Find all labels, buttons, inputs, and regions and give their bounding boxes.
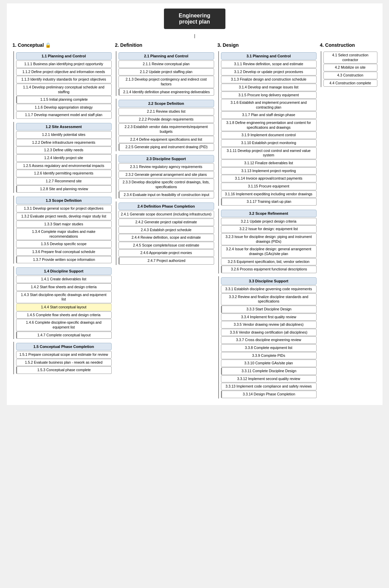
item-3.1.9: 3.1.9 Implement document control	[221, 131, 317, 139]
item-1.5.1: 1.5.1 Prepare conceptual scope and estim…	[16, 351, 112, 359]
item-1.5.3: 1.5.3 Conceptual phase complete	[16, 366, 112, 374]
item-1.3.7: 1.3.7 Provide written scope information	[16, 256, 112, 264]
item-2.1.4: 2.1.4 Identify definition phase engineer…	[119, 88, 214, 96]
phase-header-1: 1. Conceptual 🔒	[12, 41, 112, 49]
section-header-2.1: 2.1 Planning and Control	[119, 52, 214, 60]
item-1.1.6: 1.1.6 Develop appropriation strategy	[16, 104, 112, 111]
item-3.3.6: 3.3.6 Vendor drawing certification (all …	[221, 329, 317, 336]
item-3.3.9: 3.3.9 Complete PIDs	[221, 352, 317, 360]
item-3.3.4: 3.3.4 Implement first quality review	[221, 313, 317, 321]
item-2.2.1: 2.2.1 Review studies list	[119, 108, 214, 115]
item-2.3.4: 2.3.4 Evaluate input on feasibility of c…	[119, 191, 214, 199]
item-1.2.7: 1.2.7 Recommend site	[16, 178, 112, 185]
item-3.1.15: 3.1.15 Procure equipment	[221, 183, 317, 190]
item-1.4.3: 1.4.3 Start discipline-specific drawings…	[16, 291, 112, 303]
section-4-items: 4.1 Select construction contractor4.2 Mo…	[321, 51, 377, 87]
section-2.1: 2.1 Planning and Control2.1.1 Review con…	[116, 51, 214, 96]
item-3.3.7: 3.3.7 Cross discipline engineering revie…	[221, 336, 317, 344]
section-1.5: 1.5 Conceptual Phase Completion1.5.1 Pre…	[13, 342, 112, 374]
phase-header-2: 2. Definition	[114, 41, 214, 49]
item-1.3.1: 1.3.1 Develop general scope for project …	[16, 205, 112, 212]
section-header-2.3: 2.3 Discipline Support	[119, 155, 214, 163]
item-1.4.1: 1.4.1 Create deliverables list	[16, 276, 112, 283]
item-3.1.5: 3.1.5 Procure long delivery equipment	[221, 92, 317, 99]
section-header-1.2: 1.2 Site Assessment	[16, 123, 112, 130]
item-3.2.5: 3.2.5 Equipment specification, bid, vend…	[221, 258, 317, 266]
item-1.3.6: 1.3.6 Prepare final conceptual schedule	[16, 248, 112, 256]
section-3.3: 3.3 Discipline Support3.3.1 Establish di…	[218, 276, 317, 398]
column-phase-2: 2. Definition2.1 Planning and Control2.1…	[114, 41, 214, 266]
item-1.1.5: 1.1.5 Initial planning complete	[16, 96, 112, 103]
section-header-2.4: 2.4 Definition Phase Completion	[119, 202, 214, 210]
item-1.1.2: 1.1.2 Define project objective and infor…	[16, 68, 112, 76]
item-3.1.4: 3.1.4 Develop and manage issues list	[221, 84, 317, 91]
item-4.4: 4.4 Construction complete	[323, 80, 377, 87]
item-2.4.3: 2.4.3 Establish project schedule	[119, 226, 214, 234]
item-1.2.8: 1.2.8 Site and planning review	[16, 185, 112, 193]
item-3.3.3: 3.3.3 Start Discipline Design	[221, 306, 317, 313]
item-3.3.2: 3.3.2 Review and finalize discipline sta…	[221, 293, 317, 305]
column-phase-1: 1. Conceptual 🔒1.1 Planning and Control1…	[12, 41, 112, 376]
column-phase-4: 4. Construction4.1 Select construction c…	[319, 41, 377, 88]
item-3.1.14: 3.1.14 Invoice approval/contract payment…	[221, 175, 317, 182]
item-3.1.3: 3.1.3 Finalize design and construction s…	[221, 76, 317, 83]
main-title: Engineeringproject plan	[164, 9, 225, 29]
item-3.3.14: 3.3.14 Design Phase Completion	[221, 391, 317, 398]
item-3.3.10: 3.3.10 Complete GAs/site plan	[221, 360, 317, 367]
item-1.3.2: 1.3.2 Evaluate project needs, develop ma…	[16, 213, 112, 220]
section-header-2.2: 2.2 Scope Definition	[119, 100, 214, 107]
item-2.3.1: 2.3.1 Review regulatory agency requireme…	[119, 163, 214, 171]
item-3.1.17: 3.1.17 Training start-up plan	[221, 198, 317, 206]
section-header-1.5: 1.5 Conceptual Phase Completion	[16, 343, 112, 350]
item-2.3.3: 2.3.3 Develop discipline specific contro…	[119, 179, 214, 191]
section-header-1.1: 1.1 Planning and Control	[16, 52, 112, 60]
item-3.1.8: 3.1.8 Define engineering presentation an…	[221, 119, 317, 131]
section-header-1.4: 1.4 Discipline Support	[16, 267, 112, 275]
item-1.4.5: 1.4.5 Complete flow sheets and design cr…	[16, 311, 112, 319]
item-1.4.6: 1.4.6 Complete discipline-specific drawi…	[16, 319, 112, 331]
item-1.4.2: 1.4.2 Start flow sheets and design crite…	[16, 283, 112, 291]
item-2.2.2: 2.2.2 Provide design requirements	[119, 116, 214, 123]
section-3.1: 3.1 Planning and Control3.1.1 Review def…	[218, 51, 317, 206]
item-4.2: 4.2 Mobilize on site	[323, 64, 377, 71]
item-3.3.8: 3.3.8 Complete equipment list	[221, 344, 317, 352]
column-phase-3: 3. Design3.1 Planning and Control3.1.1 R…	[217, 41, 317, 400]
item-2.2.4: 2.2.4 Define equipment specifications an…	[119, 136, 214, 143]
columns-wrapper: 1. Conceptual 🔒1.1 Planning and Control1…	[12, 41, 377, 400]
item-3.3.13: 3.3.13 Implement code compliance and saf…	[221, 383, 317, 390]
item-1.4.4: 1.4.4 Start conceptual layout	[16, 304, 112, 311]
item-2.2.3: 2.2.3 Establish vendor data requirements…	[119, 123, 214, 135]
item-1.1.1: 1.1.1 Business plan identifying project …	[16, 60, 112, 68]
item-1.3.5: 1.3.5 Develop specific scope	[16, 240, 112, 248]
phase-header-3: 3. Design	[217, 41, 317, 49]
item-2.4.5: 2.4.5 Scope complete/issue cost estimate	[119, 242, 214, 249]
item-3.3.5: 3.3.5 Vendor drawing review (all discipl…	[221, 321, 317, 328]
item-3.1.2: 3.1.2 Develop or update project procedur…	[221, 68, 317, 76]
item-2.1.3: 2.1.3 Develop project contingency and in…	[119, 76, 214, 88]
item-3.1.16: 3.1.16 Implement expediting including ve…	[221, 191, 317, 198]
section-header-1.3: 1.3 Scope Definition	[16, 197, 112, 204]
item-2.1.2: 2.1.2 Update project staffing plan	[119, 68, 214, 76]
item-2.4.7: 2.4.7 Project authorized	[119, 257, 214, 265]
item-3.2.2: 3.2.2 Issue for design: equipment list	[221, 225, 317, 233]
section-1.4: 1.4 Discipline Support1.4.1 Create deliv…	[13, 266, 112, 339]
item-4.1: 4.1 Select construction contractor	[323, 52, 377, 64]
section-2.4: 2.4 Definition Phase Completion2.4.1 Gen…	[116, 201, 214, 265]
item-1.3.4: 1.3.4 Complete major studies and make re…	[16, 228, 112, 240]
item-1.1.4: 1.1.4 Develop preliminary conceptual sch…	[16, 84, 112, 96]
item-2.4.1: 2.4.1 Generate scope document (including…	[119, 211, 214, 218]
item-1.2.5: 1.2.5 Assess regulatory and environmenta…	[16, 162, 112, 170]
item-1.3.3: 1.3.3 Start major studies	[16, 221, 112, 228]
item-3.1.7: 3.1.7 Plan and staff design phase	[221, 111, 317, 119]
item-3.2.3: 3.2.3 Issue for discipline design: pipin…	[221, 233, 317, 245]
item-4.3: 4.3 Construction	[323, 72, 377, 79]
item-1.1.3: 1.1.3 Identify industry standards for pr…	[16, 76, 112, 83]
section-2.2: 2.2 Scope Definition2.2.1 Review studies…	[116, 99, 214, 151]
section-header-3.2: 3.2 Scope Refinement	[221, 210, 317, 217]
item-1.2.6: 1.2.6 Identify permitting requirements	[16, 170, 112, 177]
item-2.3.2: 2.3.2 Generate general arrangement and s…	[119, 171, 214, 179]
item-2.4.2: 2.4.2 Generate project capital estimate	[119, 219, 214, 226]
item-1.1.7: 1.1.7 Develop management model and staff…	[16, 111, 112, 119]
phase-header-4: 4. Construction	[319, 41, 377, 49]
item-3.1.13: 3.1.13 Implement project reporting	[221, 167, 317, 175]
